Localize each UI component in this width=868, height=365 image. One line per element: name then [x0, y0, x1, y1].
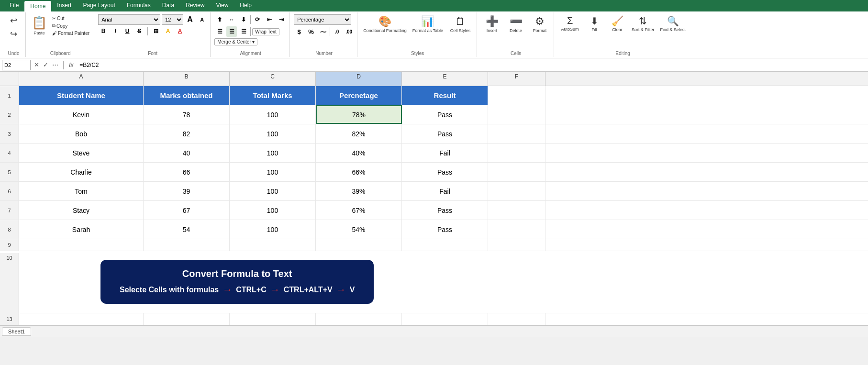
cell-9c[interactable] [230, 239, 316, 251]
formula-input[interactable] [78, 60, 866, 70]
align-top-button[interactable]: ⬆ [214, 14, 225, 25]
expand-formula-icon[interactable]: ⋯ [51, 61, 60, 68]
orientation-button[interactable]: ⟳ [252, 14, 263, 25]
cell-8d[interactable]: 54% [316, 220, 402, 239]
cell-13b[interactable] [144, 313, 230, 325]
cell-4c[interactable]: 100 [230, 144, 316, 162]
cell-13d[interactable] [316, 313, 402, 325]
cell-6e[interactable]: Fail [402, 182, 488, 200]
find-select-button[interactable]: 🔍 Find & Select [658, 14, 688, 33]
autosum-button[interactable]: Σ AutoSum [558, 14, 582, 33]
decrease-font-button[interactable]: A [197, 14, 207, 25]
col-header-e[interactable]: E [402, 72, 488, 86]
cell-4a[interactable]: Steve [19, 144, 144, 162]
header-result[interactable]: Result [402, 86, 488, 105]
tab-file[interactable]: File [4, 0, 24, 11]
cell-5a[interactable]: Charlie [19, 163, 144, 181]
indent-dec-button[interactable]: ⇤ [264, 14, 275, 25]
cell-styles-button[interactable]: 🗒 Cell Styles [447, 14, 474, 34]
fill-color-button[interactable]: A [163, 26, 173, 36]
cell-13f[interactable] [488, 313, 545, 325]
cell-5b[interactable]: 66 [144, 163, 230, 181]
cell-7f[interactable] [488, 201, 545, 220]
header-marks-obtained[interactable]: Marks obtained [144, 86, 230, 105]
col-header-b[interactable]: B [144, 72, 230, 86]
increase-font-button[interactable]: A [185, 14, 195, 25]
font-size-select[interactable]: 81011121416 [162, 14, 183, 25]
delete-button[interactable]: ➖ Delete [505, 14, 527, 34]
cell-5f[interactable] [488, 163, 545, 181]
cell-8b[interactable]: 54 [144, 220, 230, 239]
cell-2e[interactable]: Pass [402, 105, 488, 124]
tab-home[interactable]: Home [24, 1, 51, 11]
cell-5c[interactable]: 100 [230, 163, 316, 181]
tab-view[interactable]: View [211, 0, 234, 11]
format-painter-button[interactable]: 🖌 Format Painter [51, 30, 91, 36]
cell-1f[interactable] [488, 86, 545, 105]
cell-4b[interactable]: 40 [144, 144, 230, 162]
cell-reference-input[interactable] [2, 60, 31, 70]
wrap-text-button[interactable]: Wrap Text [252, 28, 279, 35]
header-student-name[interactable]: Student Name [19, 86, 144, 105]
sort-filter-button[interactable]: ⇅ Sort & Filter [630, 14, 657, 33]
tab-formulas[interactable]: Formulas [121, 0, 156, 11]
dec-decrease-button[interactable]: .0 [332, 26, 342, 37]
cell-7a[interactable]: Stacy [19, 201, 144, 220]
cell-8f[interactable] [488, 220, 545, 239]
cell-8a[interactable]: Sarah [19, 220, 144, 239]
copy-button[interactable]: ⧉ Copy [51, 22, 91, 29]
underline-button[interactable]: U [122, 26, 133, 36]
tab-page-layout[interactable]: Page Layout [77, 0, 121, 11]
cell-3f[interactable] [488, 124, 545, 143]
col-header-a[interactable]: A [19, 72, 144, 86]
cell-9f[interactable] [488, 239, 545, 251]
cell-4e[interactable]: Fail [402, 144, 488, 162]
format-as-table-button[interactable]: 📊 Format as Table [411, 14, 445, 34]
bold-button[interactable]: B [98, 26, 109, 36]
cell-2d[interactable]: 78% [316, 105, 402, 124]
cell-6b[interactable]: 39 [144, 182, 230, 200]
cell-7c[interactable]: 100 [230, 201, 316, 220]
cell-3e[interactable]: Pass [402, 124, 488, 143]
percent-button[interactable]: % [306, 26, 316, 37]
cell-3d[interactable]: 82% [316, 124, 402, 143]
cell-3b[interactable]: 82 [144, 124, 230, 143]
cancel-formula-icon[interactable]: ✕ [33, 61, 41, 68]
cell-6c[interactable]: 100 [230, 182, 316, 200]
cell-7d[interactable]: 67% [316, 201, 402, 220]
cell-7e[interactable]: Pass [402, 201, 488, 220]
font-family-select[interactable]: ArialCalibriTimes New Roman [98, 14, 160, 25]
cell-13a[interactable] [19, 313, 144, 325]
cell-2f[interactable] [488, 105, 545, 124]
number-format-select[interactable]: GeneralNumberPercentageCurrencyDate [294, 14, 351, 25]
col-header-c[interactable]: C [230, 72, 316, 86]
cell-9a[interactable] [19, 239, 144, 251]
enter-formula-icon[interactable]: ✓ [42, 61, 50, 68]
header-percentage[interactable]: Percnetage [316, 86, 402, 105]
cell-3c[interactable]: 100 [230, 124, 316, 143]
cell-8c[interactable]: 100 [230, 220, 316, 239]
dec-increase-button[interactable]: .00 [344, 26, 354, 37]
format-button[interactable]: ⚙ Format [529, 14, 551, 34]
col-header-d[interactable]: D [316, 72, 402, 86]
cell-8e[interactable]: Pass [402, 220, 488, 239]
cell-6d[interactable]: 39% [316, 182, 402, 200]
align-bottom-button[interactable]: ⬇ [238, 14, 249, 25]
conditional-formatting-button[interactable]: 🎨 Conditional Formatting [361, 14, 409, 34]
cell-2b[interactable]: 78 [144, 105, 230, 124]
header-total-marks[interactable]: Total Marks [230, 86, 316, 105]
paste-button[interactable]: 📋 Paste [30, 14, 49, 36]
cell-9d[interactable] [316, 239, 402, 251]
italic-button[interactable]: I [110, 26, 121, 36]
align-left-button[interactable]: ☰ [214, 26, 225, 37]
font-color-button[interactable]: A [175, 26, 185, 36]
indent-inc-button[interactable]: ⇥ [276, 14, 287, 25]
redo-button[interactable]: ↪ [5, 28, 22, 40]
cell-6a[interactable]: Tom [19, 182, 144, 200]
cell-6f[interactable] [488, 182, 545, 200]
undo-button[interactable]: ↩ [5, 14, 22, 27]
cut-button[interactable]: ✂ Cut [51, 15, 91, 22]
cell-9e[interactable] [402, 239, 488, 251]
cell-5e[interactable]: Pass [402, 163, 488, 181]
align-center-button[interactable]: ☰ [226, 26, 237, 37]
